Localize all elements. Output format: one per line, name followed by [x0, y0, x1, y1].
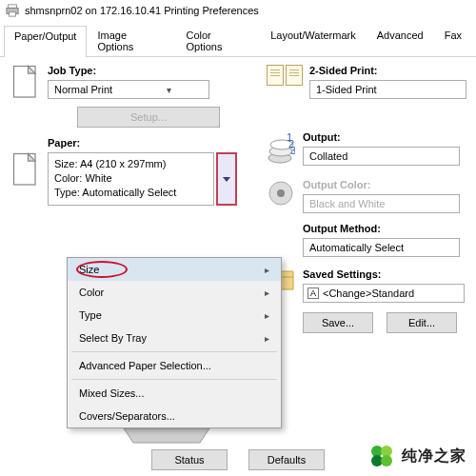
tab-advanced[interactable]: Advanced: [367, 25, 434, 56]
tabstrip: Paper/Output Image Options Color Options…: [0, 25, 476, 57]
clover-icon: [367, 442, 396, 470]
paper-dropdown-button[interactable]: [216, 152, 237, 206]
collated-stack-icon: 123: [267, 131, 295, 166]
job-type-combo[interactable]: Normal Print ▾: [48, 80, 209, 99]
two-sided-section: 2-Sided Print: 1-Sided Print: [267, 65, 466, 99]
output-method-section: Output Method: Automatically Select: [267, 223, 466, 257]
menu-separator: [71, 351, 277, 352]
svg-marker-7: [223, 177, 230, 182]
tab-content: Job Type: Normal Print ▾ Setup... Paper:: [0, 57, 476, 457]
output-section: 123 Output: Collated: [267, 131, 466, 166]
submenu-arrow-icon: ▸: [265, 310, 269, 321]
status-button[interactable]: Status: [151, 449, 228, 470]
svg-text:3: 3: [290, 145, 295, 156]
edit-button[interactable]: Edit...: [387, 312, 457, 333]
submenu-arrow-icon: ▸: [265, 333, 269, 344]
saved-settings-section: Saved Settings: A <Change>Standard Save.…: [267, 268, 466, 333]
paper-summary-box: Size: A4 (210 x 297mm) Color: White Type…: [48, 152, 214, 206]
two-sided-value: 1-Sided Print: [310, 84, 466, 95]
watermark-logo: 纯净之家: [364, 440, 470, 472]
paper-size-line: Size: A4 (210 x 297mm): [54, 157, 208, 171]
output-value: Collated: [304, 150, 459, 162]
submenu-arrow-icon: ▸: [265, 288, 269, 298]
paper-type-line: Type: Automatically Select: [54, 186, 208, 200]
defaults-button[interactable]: Defaults: [248, 449, 325, 470]
menu-item-mixed-label: Mixed Sizes...: [79, 387, 144, 399]
paper-section: Paper: Size: A4 (210 x 297mm) Color: Whi…: [11, 137, 249, 206]
menu-item-tray-label: Select By Tray: [79, 332, 147, 344]
printer-icon: [6, 4, 19, 17]
paper-label: Paper:: [48, 137, 249, 149]
tab-image-options[interactable]: Image Options: [87, 25, 175, 56]
job-type-value: Normal Print: [49, 84, 129, 95]
menu-item-size-label: Size: [79, 264, 99, 275]
output-method-value: Automatically Select: [304, 242, 459, 253]
job-type-label: Job Type:: [48, 65, 249, 76]
tab-fax[interactable]: Fax: [434, 25, 472, 56]
menu-item-mixed-sizes[interactable]: Mixed Sizes...: [68, 382, 281, 405]
chevron-down-icon: ▾: [129, 85, 208, 95]
output-label: Output:: [303, 131, 466, 143]
menu-separator: [71, 379, 277, 380]
saved-settings-combo[interactable]: A <Change>Standard: [303, 284, 465, 303]
output-method-combo[interactable]: Automatically Select: [303, 238, 460, 257]
job-type-section: Job Type: Normal Print ▾ Setup...: [11, 65, 249, 128]
output-color-label: Output Color:: [303, 179, 466, 190]
svg-marker-18: [124, 428, 209, 443]
two-sided-combo[interactable]: 1-Sided Print: [309, 80, 466, 99]
tab-paper-output[interactable]: Paper/Output: [4, 26, 87, 57]
two-sided-label: 2-Sided Print:: [309, 65, 466, 76]
menu-item-color[interactable]: Color ▸: [68, 281, 281, 304]
paper-color-line: Color: White: [54, 171, 208, 186]
menu-item-covers-label: Covers/Separators...: [79, 410, 175, 422]
svg-rect-2: [10, 12, 16, 16]
tab-layout-watermark[interactable]: Layout/Watermark: [260, 25, 366, 56]
saved-settings-label: Saved Settings:: [303, 268, 466, 280]
output-color-section: Output Color: Black and White: [267, 179, 466, 213]
job-type-icon: [11, 65, 40, 99]
output-color-value: Black and White: [304, 198, 459, 209]
saved-settings-value: <Change>Standard: [323, 288, 414, 299]
svg-point-15: [277, 189, 285, 197]
output-combo[interactable]: Collated: [303, 147, 460, 166]
window-titlebar: shmsnprn02 on 172.16.10.41 Printing Pref…: [0, 0, 476, 21]
output-method-label: Output Method:: [303, 223, 466, 234]
menu-item-type-label: Type: [79, 309, 102, 321]
menu-item-type[interactable]: Type ▸: [68, 304, 281, 327]
output-color-icon: [267, 179, 295, 213]
svg-rect-0: [9, 5, 17, 9]
menu-item-advanced-paper[interactable]: Advanced Paper Selection...: [68, 354, 281, 377]
setup-button[interactable]: Setup...: [77, 107, 220, 128]
paper-context-menu: Size ▸ Color ▸ Type ▸ Select By Tray ▸ A…: [67, 257, 282, 428]
paper-icon: [11, 152, 40, 187]
menu-item-select-by-tray[interactable]: Select By Tray ▸: [68, 327, 281, 349]
pages-icon: [267, 65, 309, 86]
menu-item-color-label: Color: [79, 287, 104, 298]
output-color-combo: Black and White: [303, 194, 460, 213]
watermark-text: 纯净之家: [402, 446, 466, 466]
menu-item-size[interactable]: Size ▸: [68, 258, 281, 281]
window-title: shmsnprn02 on 172.16.10.41 Printing Pref…: [25, 5, 259, 16]
submenu-arrow-icon: ▸: [265, 265, 269, 275]
menu-item-adv-label: Advanced Paper Selection...: [79, 360, 211, 371]
svg-point-22: [381, 455, 392, 466]
menu-item-covers-separators[interactable]: Covers/Separators...: [68, 405, 281, 427]
tab-color-options[interactable]: Color Options: [175, 25, 260, 56]
save-button[interactable]: Save...: [303, 312, 373, 333]
letter-a-icon: A: [307, 288, 319, 299]
